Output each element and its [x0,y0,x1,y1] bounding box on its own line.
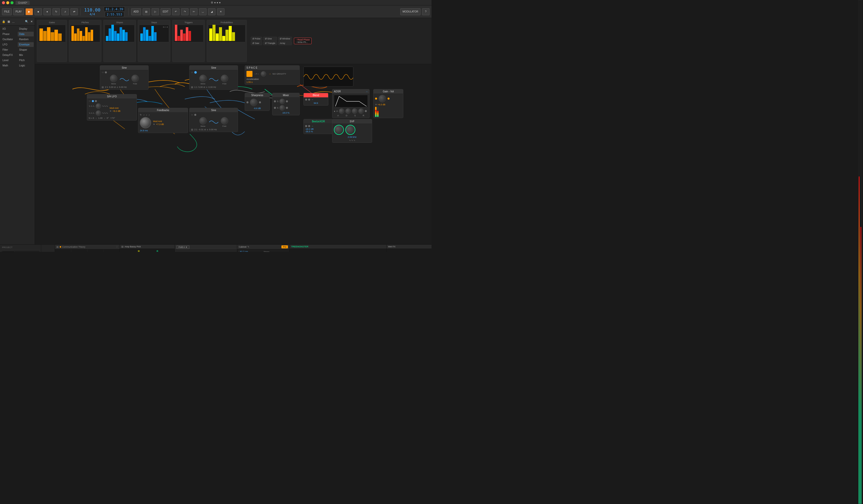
metronome-button[interactable]: ♬ [61,8,69,15]
position-display[interactable]: 81.2.4.39 [104,7,125,12]
modulator-button[interactable]: MODULATOR [400,8,421,15]
undo-button[interactable]: ↶ [172,8,179,15]
adsr-s-knob[interactable] [352,108,357,114]
space-module: S P A C E →•→ → NO GRAVITY Acceleration … [245,65,300,85]
flag-button[interactable]: ▷ [152,8,159,15]
sidebar-item-pitch[interactable]: Pitch [18,58,34,63]
osc-array[interactable]: Array [278,41,292,45]
chart-button[interactable]: ▤ [142,8,150,15]
sh-lfo-modamt: Mod Amt [110,107,120,109]
sh-lfo-knob2[interactable] [96,110,101,116]
cut-button[interactable]: ✄ [190,8,198,15]
svf-freq-knob[interactable] [334,125,344,135]
sine2-skew-knob[interactable] [199,75,207,82]
sequencer-strip: Gates Pitches [35,18,432,64]
probabilities-module: Probabilities [207,20,247,62]
stop-button[interactable]: ■ [35,8,42,15]
paste-button[interactable]: ◢ [208,8,215,15]
bpm-display[interactable]: 110.00 [84,7,100,12]
sine3-skew-knob[interactable] [199,117,207,125]
fold-a-dropdown[interactable]: Fold A ▼ [176,245,189,249]
sine2-body: ↑↑ Skew Fold [189,70,238,89]
mixer-header: Mixer [273,93,299,98]
sharpness-knob[interactable] [250,99,258,106]
sine1-fold-knob[interactable] [132,75,139,82]
gates-label: Gates [49,21,55,24]
osc-pulse[interactable]: Ø Pulse [251,37,262,41]
amp-bassy-section: ▤ Amp Bassy Pick M [120,244,175,252]
osc-waveform-svg [304,67,353,86]
sidebar-item-phase[interactable]: Phase [1,32,17,36]
blend-value: 94:6 [305,102,327,104]
copy-button[interactable]: ◡ [199,8,207,15]
project-label: PROJECT [1,245,40,249]
piano-roll-section: ▤ Communication Theory ⋮ [55,244,120,252]
sidebar-item-level[interactable]: Level [1,58,17,63]
track-item-1[interactable]: →• [1,250,40,252]
sine1-skew-knob[interactable] [110,75,117,82]
sidebar-item-data[interactable]: Data [18,32,34,36]
maximize-button[interactable] [11,1,13,4]
adsr-r-knob[interactable] [358,108,364,114]
blend-header: Blend [304,93,328,97]
cabinet-edit-icon[interactable]: ✎ [248,245,249,248]
search-icon[interactable]: 🔍 [25,20,28,23]
pitches-module: Pitches [69,20,101,62]
sidebar-item-envelope[interactable]: Envelope [18,42,34,47]
record-button[interactable]: ● [43,8,51,15]
gain-vol-module: Gain - Vol ✕ +4.0 dB [373,89,403,118]
sidebar-item-oscillator[interactable]: Oscillator [1,37,17,42]
help-button[interactable]: ? [422,8,429,15]
osc-triangle[interactable]: Ø Triangle [263,41,277,45]
gain-vol-knob[interactable] [378,95,386,102]
feedbacks-knob[interactable] [140,117,151,128]
osc-saw[interactable]: Ø Saw [251,41,262,45]
sidebar-item-filter[interactable]: Filter [1,48,17,52]
redo-button[interactable]: ↷ [181,8,189,15]
app-tab[interactable]: Grid40* [15,1,30,5]
slopes-label: Slopes [116,21,123,24]
close-button[interactable] [2,1,5,4]
sidebar-item-io[interactable]: I/O [1,26,17,31]
add-button[interactable]: ADD [131,8,141,15]
sine2-module: Sine ↑↑ Skew Fold [189,65,238,90]
sine2-skew-val: 5.00 st [199,86,205,88]
close-sidebar-icon[interactable]: ✕ [30,20,33,23]
sidebar-item-mix[interactable]: Mix [18,53,34,58]
play-text-button[interactable]: PLAY [13,8,24,15]
osc-window[interactable]: Ø Window [278,37,292,41]
loop-button[interactable]: ↻ [52,8,60,15]
minimize-button[interactable] [6,1,9,4]
amp-bassy-title: Amp Bassy Pick [125,245,141,248]
osc-sine[interactable]: Ø Sine [263,37,277,41]
play-button[interactable]: ▶ [25,8,33,15]
sine3-fold-knob[interactable] [221,117,228,125]
delete-button[interactable]: ✕ [217,8,225,15]
file-button[interactable]: FILE [2,8,12,15]
edit-button[interactable]: EDIT [161,8,171,15]
sh-lfo-knob1[interactable] [96,103,101,109]
sidebar-item-shaper[interactable]: Shaper [18,48,34,52]
sidebar-item-lfo[interactable]: LFO [1,42,17,47]
sidebar-item-delayfx[interactable]: Delay/FX [1,53,17,58]
midi-button[interactable]: ⇄ [71,8,78,15]
mixer-knob2[interactable] [279,105,285,111]
svf-body: 2.09 kHz ∿∿∿ [333,124,372,142]
mixer-module: Mixer S S 18.0 % [272,93,300,115]
mixer-s-value: 18.0 % [274,112,298,114]
sine2-fold-knob[interactable] [221,75,228,82]
cabinet-pre-button[interactable]: Pre [282,245,288,248]
svf-q-knob[interactable] [345,125,355,135]
mixer-knob1[interactable] [279,99,285,104]
sidebar-item-display[interactable]: Display [18,26,34,31]
time-display[interactable]: 2:55.553 [105,12,124,17]
sidebar-item-logic[interactable]: Logic [18,63,34,68]
adsr-a-knob[interactable] [339,108,345,114]
amp-bassy-waveform-svg: M H [120,249,172,252]
sidebar-item-math[interactable]: Math [1,63,17,68]
adsr-d-knob[interactable] [345,108,351,114]
sine3-ratio: 2:1 [194,128,198,131]
space-knob[interactable] [261,71,266,77]
canvas-area: Gates Pitches [35,18,432,244]
sidebar-item-random[interactable]: Random [18,37,34,42]
